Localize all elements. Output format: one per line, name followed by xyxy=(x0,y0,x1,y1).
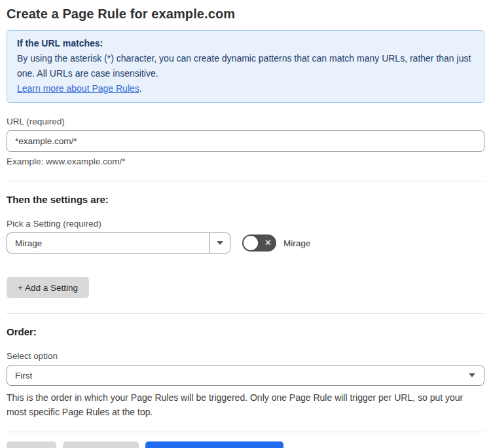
toggle-off-x-icon: ✕ xyxy=(264,238,272,247)
cancel-button[interactable]: Cancel xyxy=(7,441,56,448)
divider xyxy=(7,181,484,181)
setting-row: Mirage ✕ Mirage xyxy=(7,233,484,253)
url-field-label: URL (required) xyxy=(7,117,484,126)
settings-section-heading: Then the settings are: xyxy=(7,194,484,205)
divider xyxy=(7,432,484,432)
url-example-hint: Example: www.example.com/* xyxy=(7,157,484,166)
divider xyxy=(7,313,484,314)
info-box-heading: If the URL matches: xyxy=(17,36,474,51)
link-suffix: . xyxy=(139,83,142,94)
setting-select-arrow-button[interactable] xyxy=(209,233,230,253)
page-title: Create a Page Rule for example.com xyxy=(7,6,484,22)
chevron-down-icon xyxy=(217,241,223,245)
mirage-toggle[interactable]: ✕ xyxy=(242,234,276,252)
setting-select[interactable]: Mirage xyxy=(7,233,230,253)
order-help-text: This is the order in which your Page Rul… xyxy=(7,390,484,419)
order-select-value: First xyxy=(7,365,469,385)
order-section-heading: Order: xyxy=(7,326,484,337)
setting-select-value: Mirage xyxy=(7,233,209,253)
url-match-info-box: If the URL matches: By using the asteris… xyxy=(7,30,484,103)
info-box-body-text: By using the asterisk (*) character, you… xyxy=(17,53,471,79)
save-and-deploy-button[interactable]: Save and Deploy Page Rule xyxy=(145,441,284,448)
info-box-link-line: Learn more about Page Rules. xyxy=(17,81,474,96)
order-select-caret-area xyxy=(469,365,484,385)
order-select[interactable]: First xyxy=(7,365,484,386)
toggle-label: Mirage xyxy=(283,238,310,248)
save-as-draft-button[interactable]: Save as Draft xyxy=(63,441,139,448)
chevron-down-icon xyxy=(469,373,475,377)
create-page-rule-form: Create a Page Rule for example.com If th… xyxy=(0,0,491,448)
url-input[interactable] xyxy=(7,130,484,152)
add-setting-button[interactable]: + Add a Setting xyxy=(7,277,89,298)
toggle-knob xyxy=(244,236,258,250)
info-box-body: By using the asterisk (*) character, you… xyxy=(17,51,474,81)
pick-setting-label: Pick a Setting (required) xyxy=(7,219,484,229)
order-select-label: Select option xyxy=(7,351,484,361)
learn-more-link[interactable]: Learn more about Page Rules xyxy=(17,83,139,94)
footer-buttons: Cancel Save as Draft Save and Deploy Pag… xyxy=(7,441,484,448)
